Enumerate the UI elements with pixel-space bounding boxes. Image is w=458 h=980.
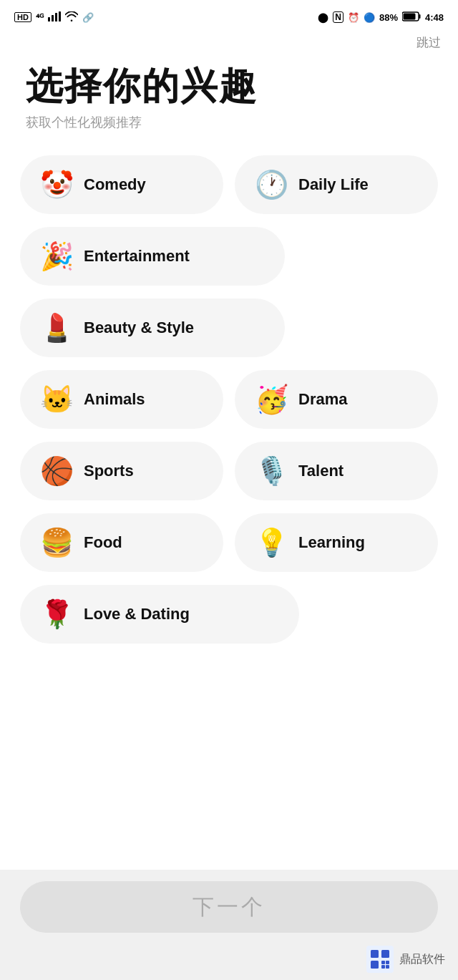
signal-icon [48,11,61,24]
header: 选择你的兴趣 获取个性化视频推荐 [0,51,458,138]
svg-rect-13 [381,965,385,969]
page-subtitle: 获取个性化视频推荐 [26,114,432,131]
interest-dailylife[interactable]: 🕐 Daily Life [235,155,438,214]
link-icon: 🔗 [82,12,94,23]
beauty-emoji: 💄 [40,314,74,341]
interest-row-6: 🍔 Food 💡 Learning [20,513,438,572]
lovedating-emoji: 🌹 [40,601,74,628]
interest-entertainment[interactable]: 🎉 Entertainment [20,227,285,286]
battery-icon [402,11,421,24]
svg-rect-7 [366,946,394,973]
footer-brand: 鼎品软件 [0,941,458,980]
interest-drama[interactable]: 🥳 Drama [235,370,438,429]
network-icon: ⁴ᴳ [36,12,44,23]
comedy-label: Comedy [84,175,146,194]
entertainment-emoji: 🎉 [40,243,74,270]
talent-emoji: 🎙️ [255,457,288,485]
interest-row-5: 🏀 Sports 🎙️ Talent [20,442,438,500]
learning-emoji: 💡 [255,529,288,556]
beauty-label: Beauty & Style [84,319,194,337]
clock-time: 4:48 [425,12,444,23]
dot-icon: ⬤ [318,12,328,23]
comedy-emoji: 🤡 [40,171,74,198]
interest-grid: 🤡 Comedy 🕐 Daily Life 🎉 Entertainment 💄 … [0,138,458,870]
interest-row-7: 🌹 Love & Dating [20,585,438,644]
interest-row-4: 🐱 Animals 🥳 Drama [20,370,438,429]
svg-rect-10 [371,961,379,969]
skip-button[interactable]: 跳过 [416,34,441,51]
wifi-icon [65,11,78,24]
talent-label: Talent [298,462,344,480]
svg-rect-1 [52,15,54,21]
svg-rect-0 [48,17,50,21]
interest-row-2: 🎉 Entertainment [20,227,438,286]
animals-emoji: 🐱 [40,386,74,413]
animals-label: Animals [84,390,145,409]
battery-percent: 88% [379,12,398,23]
interest-row-3: 💄 Beauty & Style [20,299,438,357]
brand-logo-icon [366,946,394,973]
food-emoji: 🍔 [40,529,74,556]
svg-rect-9 [381,950,389,958]
sports-emoji: 🏀 [40,457,74,485]
bottom-bar: 下一个 [0,870,458,941]
lovedating-label: Love & Dating [84,605,190,624]
interest-row-1: 🤡 Comedy 🕐 Daily Life [20,155,438,214]
dailylife-label: Daily Life [298,175,369,194]
svg-rect-6 [403,13,415,19]
status-right: ⬤ N ⏰ 🔵 88% 4:48 [318,11,444,24]
hd-badge: HD [14,12,31,22]
skip-row: 跳过 [0,31,458,51]
interest-talent[interactable]: 🎙️ Talent [235,442,438,500]
dailylife-emoji: 🕐 [255,171,288,198]
status-bar: HD ⁴ᴳ 🔗 ⬤ N ⏰ 🔵 88% [0,0,458,31]
interest-beauty[interactable]: 💄 Beauty & Style [20,299,285,357]
alarm-icon: ⏰ [348,12,359,23]
svg-rect-2 [55,13,57,21]
drama-emoji: 🥳 [255,386,288,413]
interest-comedy[interactable]: 🤡 Comedy [20,155,223,214]
brand-name: 鼎品软件 [399,952,445,967]
svg-rect-5 [419,14,420,19]
food-label: Food [84,533,122,552]
svg-rect-3 [59,11,61,21]
drama-label: Drama [298,390,347,409]
nfc-icon: N [333,11,344,23]
svg-rect-11 [381,961,385,964]
status-left: HD ⁴ᴳ 🔗 [14,11,94,24]
svg-rect-12 [386,961,389,964]
svg-rect-14 [386,965,389,969]
svg-rect-8 [371,950,379,958]
bluetooth-icon: 🔵 [364,12,375,23]
interest-lovedating[interactable]: 🌹 Love & Dating [20,585,299,644]
interest-sports[interactable]: 🏀 Sports [20,442,223,500]
page-title: 选择你的兴趣 [26,65,432,108]
entertainment-label: Entertainment [84,247,190,266]
interest-animals[interactable]: 🐱 Animals [20,370,223,429]
interest-food[interactable]: 🍔 Food [20,513,223,572]
interest-learning[interactable]: 💡 Learning [235,513,438,572]
learning-label: Learning [298,533,365,552]
next-button[interactable]: 下一个 [20,881,438,933]
sports-label: Sports [84,462,134,480]
